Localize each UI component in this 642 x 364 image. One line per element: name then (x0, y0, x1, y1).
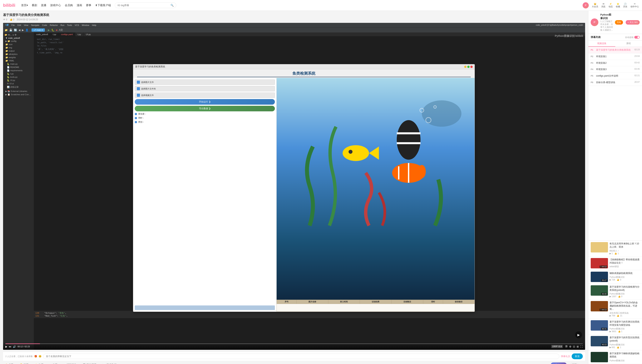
start-run-btn[interactable]: 开始运行 ❯ (135, 99, 275, 105)
tab-project[interactable]: code_yolov8 (34, 32, 51, 36)
tab-t2-py[interactable]: t.py (75, 32, 84, 36)
emoji-icon[interactable]: 😊 (39, 355, 42, 358)
settings-icon[interactable]: ⚙ (569, 345, 571, 348)
quality-badge[interactable]: 1080P 高清 (551, 345, 563, 348)
toolbar-run[interactable]: ▶ (48, 28, 50, 32)
minimize-btn[interactable] (464, 66, 467, 68)
toolbar-translate[interactable]: A文 (59, 28, 63, 32)
nav-history-icon[interactable]: 🕐 历史 (623, 3, 627, 8)
nav-dynamic-icon[interactable]: ⚡ 动态 (608, 3, 613, 8)
widescreen-icon[interactable]: ⊞ (577, 345, 579, 348)
volume-icon[interactable]: 🔊 (13, 345, 16, 348)
rec-item-6[interactable]: 40:31 基于深度学习的车牌识别系统环境安装与模型训练 Python图像识别 … (588, 319, 642, 335)
nav-create-icon[interactable]: ✏ 创作中心 (630, 3, 639, 8)
toolbar-folder[interactable]: 📁 (5, 28, 8, 32)
nav-manga[interactable]: 漫画 (77, 4, 82, 7)
rec-item-8[interactable]: 基于深度学习钢铁表面缺陷检测系统 Python图像识别 (588, 350, 642, 364)
toolbar-debug[interactable]: 🐛 (51, 28, 54, 32)
nav-esports[interactable]: 赛事 (86, 4, 91, 7)
tab-course[interactable]: 课程 (615, 41, 642, 47)
menu-view[interactable]: View (24, 24, 29, 26)
edit-subtitle-btn[interactable]: ✏ 编辑稿件 (62, 362, 78, 364)
avatar[interactable]: P (583, 2, 589, 8)
search-input[interactable] (115, 3, 168, 8)
nav-live[interactable]: 直播 (41, 4, 46, 7)
gift-label[interactable]: 弹幕礼仪 (561, 355, 570, 358)
toolbar-save[interactable]: 💾 (9, 28, 12, 32)
menu-vcs[interactable]: VCS (75, 24, 79, 26)
sidebar-file-tools[interactable]: 🐍 tools.py (3, 76, 34, 79)
menu-file[interactable]: File (11, 24, 15, 26)
play-button[interactable]: ▶ (6, 345, 7, 348)
sidebar-folder-img[interactable]: 📁 img (3, 46, 34, 49)
rec-item-4[interactable]: 46:00 基于深度学习的垃圾检测与分类系统(yolov8) Python图像识… (588, 284, 642, 300)
menu-window[interactable]: Window (82, 24, 89, 26)
danmaku-input[interactable] (43, 354, 559, 359)
nav-anime[interactable]: 番剧 (32, 4, 37, 7)
search-button[interactable]: 🔍 (168, 3, 176, 8)
next-button[interactable]: ⏭ (9, 345, 11, 348)
sidebar-folder-yaml[interactable]: 📁 YAML (3, 59, 34, 62)
menu-tools[interactable]: Tools (67, 24, 72, 26)
menu-refactor[interactable]: Refactor (50, 24, 58, 26)
sidebar-file-t[interactable]: 🐍 t.py (3, 72, 34, 76)
more-options-btn[interactable]: ⋯ (582, 363, 585, 364)
sidebar-file-train[interactable]: 📊 训练记录 (3, 85, 34, 89)
playlist-item-6[interactable]: P6 目标分类-模型训练 20:07 (588, 79, 642, 86)
sidebar-file-readme[interactable]: 📄 README (3, 66, 34, 69)
pip-icon[interactable]: ⊡ (573, 345, 575, 348)
fullscreen-icon[interactable]: ⛶ (580, 345, 583, 348)
toolbar-forward[interactable]: ▶ (22, 28, 24, 32)
rec-item-5[interactable]: 7:44:53 基于OpenCV+YOLOv5的金属缺陷检测系统实战，可进简..… (588, 300, 642, 318)
charge-button[interactable]: 充电 (615, 20, 623, 24)
interactive-danmaku-btn[interactable]: 💬 互动弹幕 (81, 362, 98, 364)
tab-collection[interactable]: 视频选集 (588, 41, 615, 47)
creator-name[interactable]: Python图像识别 (600, 13, 613, 20)
rec-item-2[interactable]: 7:44:53 【保姆级教程】帮你彻底搞透AI顶会论文！ bilibili课堂 (588, 256, 642, 270)
menu-run[interactable]: Run (61, 24, 64, 26)
branch-selector[interactable]: ⎇ main ▾ (32, 28, 45, 32)
sidebar-settings[interactable]: ⚙ (15, 34, 17, 36)
sidebar-folder-root[interactable]: ▼ code_yolov8 (3, 36, 34, 40)
playlist-item-1[interactable]: P1 基于深度学习的鱼类分类检测系统 02:23 (588, 47, 642, 53)
playlist-item-4[interactable]: P4 环境安装3 03:45 (588, 66, 642, 73)
share-button[interactable]: ↗ 分享 (48, 362, 59, 364)
menu-help[interactable]: Help (92, 24, 96, 26)
toolbar-stop[interactable]: ■ (56, 28, 58, 32)
notes-btn[interactable]: 笔记 (570, 362, 579, 364)
toolbar-refresh[interactable]: 🔄 (14, 28, 17, 32)
playlist-item-5[interactable]: P5 configs.yaml文件说明 02:21 (588, 73, 642, 79)
nav-vip[interactable]: 会员购 (65, 4, 73, 7)
close-btn[interactable] (470, 66, 473, 68)
tab-t-py[interactable]: t.py (51, 32, 59, 36)
playlist-item-2[interactable]: P2 环境安装1 23:04 (588, 53, 642, 60)
playlist-item-3[interactable]: P3 环境安装2 03:42 (588, 60, 642, 66)
rec-item-3[interactable]: 55:07 钢铁表面缺陷检测系统 Python图像识别 ▶ 726 👍 0 (588, 270, 642, 284)
sidebar-scratches[interactable]: ▶ 📋 Scratches and Consoles (3, 93, 34, 96)
menu-navigate[interactable]: Navigate (31, 24, 39, 26)
sidebar-folder-weights[interactable]: 📁 weights (3, 56, 34, 59)
sidebar-folder-ultralytics[interactable]: 📁 ultralytics (3, 52, 34, 56)
more-data-btn[interactable]: 📊 更多数据 (101, 362, 118, 364)
progress-bar[interactable] (6, 344, 583, 344)
danmaku-toggle[interactable]: 弹 (565, 345, 568, 348)
menu-code[interactable]: Code (42, 24, 47, 26)
sidebar-file-req[interactable]: 📄 requirements (3, 69, 34, 72)
sidebar-file-uiui[interactable]: ⚙ UI.ui (3, 82, 34, 85)
sidebar-folder-icon[interactable]: 📁 icon (3, 43, 34, 46)
nav-game[interactable]: 游戏中心 (50, 4, 61, 7)
nav-home[interactable]: 首页▾ (21, 4, 28, 7)
maximize-btn[interactable] (467, 66, 470, 68)
menu-edit[interactable]: Edit (18, 24, 21, 26)
nav-vip-icon[interactable]: 👑 大会员 (592, 3, 598, 8)
sidebar-external-libs[interactable]: ▶ 📚 External Libraries (3, 90, 34, 93)
send-button[interactable]: 发送 (572, 354, 583, 359)
nav-favorite-icon[interactable]: ⭐ 收藏 (616, 3, 620, 8)
toolbar-back[interactable]: ◀ (19, 28, 20, 32)
select-image-btn[interactable]: 选择图片文件 (135, 80, 275, 85)
tab-yaml[interactable]: configs.yaml (59, 32, 75, 36)
sidebar-file-ui[interactable]: 🐍 UI.py (3, 79, 34, 82)
collect-button[interactable]: ⭐ 收藏 (33, 362, 45, 364)
coin-button[interactable]: 🪙 投币 (18, 362, 30, 364)
gift-icons[interactable]: 🎁 (34, 355, 37, 358)
